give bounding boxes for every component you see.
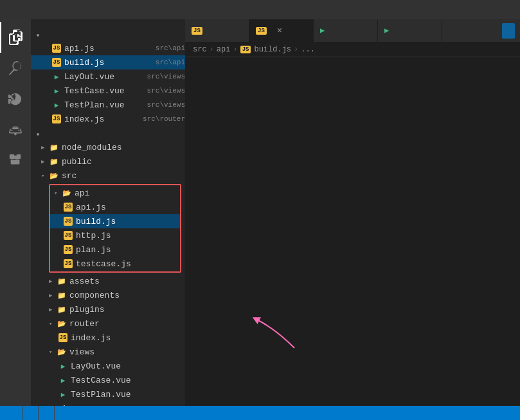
sidebar: ▾ JS api.js src\api JS build.js src\api … [31, 19, 185, 406]
tab-build-js[interactable]: JS × [249, 19, 314, 42]
open-editors-section[interactable]: ▾ [31, 30, 185, 41]
menu-file[interactable] [6, 8, 12, 11]
file-testcase-vue[interactable]: ▶ TestCase.vue [31, 373, 185, 387]
file-testplan-vue[interactable]: ▶ TestPlan.vue [31, 387, 185, 401]
menu-help[interactable] [96, 8, 102, 11]
folder-api[interactable]: ▾ 📂 api [50, 186, 180, 200]
folder-chevron: ▾ [54, 190, 62, 197]
folder-name: views [69, 347, 185, 357]
file-name: testcase.js [76, 259, 180, 269]
file-build-js[interactable]: JS build.js [50, 214, 180, 228]
file-name: TestCase.vue [71, 376, 185, 385]
folder-router[interactable]: ▾ 📂 router [31, 316, 185, 331]
folder-icon: 📁 [57, 276, 67, 286]
js-file-icon: JS [51, 57, 62, 68]
folder-node-modules[interactable]: ▶ 📁 node_modules [31, 140, 185, 154]
panel-tabs[interactable] [6, 406, 55, 420]
open-editor-layout-vue[interactable]: ▶ LayOut.vue src\views [31, 69, 185, 84]
vue-file-icon: ▶ [58, 375, 68, 385]
new-entry-button[interactable] [502, 23, 515, 39]
vue-file-icon: ▶ [58, 389, 68, 399]
test-fronted-section[interactable]: ▾ [31, 129, 185, 140]
panel-tab-pass[interactable] [22, 406, 39, 420]
menu-bar[interactable] [6, 8, 102, 11]
folder-assets[interactable]: ▶ 📁 assets [31, 274, 185, 288]
file-name: index.js [64, 114, 140, 124]
folder-plugins[interactable]: ▶ 📁 plugins [31, 302, 185, 316]
folder-components[interactable]: ▶ 📁 components [31, 288, 185, 302]
api-highlight-box: ▾ 📂 api JS api.js JS build.js JS http.js [49, 184, 181, 273]
tab-testcase-vue[interactable]: ▶ [378, 19, 442, 42]
file-path: src\views [147, 87, 185, 95]
tab-vue-icon: ▶ [320, 26, 325, 35]
menu-run[interactable] [71, 8, 76, 11]
tab-vue-icon: ▶ [384, 26, 389, 35]
file-http-js[interactable]: JS http.js [50, 228, 180, 242]
file-name: TestPlan.vue [64, 100, 145, 110]
file-name: LayOut.vue [71, 361, 185, 371]
folder-views[interactable]: ▾ 📂 views [31, 345, 185, 359]
panel-tab-end[interactable] [39, 406, 55, 420]
js-file-icon: JS [63, 202, 73, 212]
editor-area: JS JS × ▶ ▶ src › api › JS [185, 19, 520, 406]
folder-icon: 📁 [57, 304, 67, 315]
menu-select[interactable] [32, 8, 37, 11]
open-editor-api-js[interactable]: JS api.js src\api [31, 41, 185, 55]
folder-name: api [75, 188, 180, 198]
folder-chevron: ▶ [49, 278, 57, 285]
file-name: TestCase.vue [64, 86, 145, 96]
file-path: src\views [147, 73, 185, 80]
tab-bar: JS JS × ▶ ▶ [185, 19, 520, 42]
status-bar [0, 406, 520, 420]
test-fronted-chevron: ▾ [36, 131, 46, 138]
folder-name: node_modules [62, 143, 185, 152]
folder-src[interactable]: ▾ 📂 src [31, 169, 185, 183]
tab-api-js[interactable]: JS [185, 19, 249, 42]
extensions-icon[interactable] [0, 145, 31, 176]
open-editor-testcase-vue[interactable]: ▶ TestCase.vue src\views [31, 84, 185, 98]
panel-tab-test[interactable] [6, 406, 22, 420]
menu-edit[interactable] [19, 8, 24, 11]
open-editor-testplan-vue[interactable]: ▶ TestPlan.vue src\views [31, 98, 185, 112]
menu-view[interactable] [45, 8, 50, 11]
file-layout-vue[interactable]: ▶ LayOut.vue [31, 359, 185, 373]
file-plan-js[interactable]: JS plan.js [50, 242, 180, 257]
file-api-js[interactable]: JS api.js [50, 200, 180, 214]
file-name: build.js [64, 58, 153, 68]
source-control-icon[interactable] [0, 84, 31, 114]
file-name: plan.js [76, 245, 180, 255]
js-file-icon: JS [58, 333, 68, 343]
menu-goto[interactable] [58, 8, 63, 11]
file-path: src\api [156, 59, 185, 66]
code-editor[interactable] [185, 57, 520, 406]
file-path: src\api [156, 44, 185, 52]
folder-public[interactable]: ▶ 📁 public [31, 154, 185, 169]
tab-layout-vue[interactable]: ▶ [314, 19, 378, 42]
file-tree: ▾ JS api.js src\api JS build.js src\api … [31, 30, 185, 406]
tab-js-icon: JS [256, 27, 267, 35]
js-file-icon: JS [51, 114, 62, 124]
vue-file-icon: ▶ [51, 71, 62, 82]
file-router-index-js[interactable]: JS index.js [31, 331, 185, 345]
breadcrumb-api: api [217, 45, 231, 54]
tab-close-button[interactable]: × [277, 26, 282, 36]
menu-terminal[interactable] [84, 8, 89, 11]
file-path: src\views [147, 101, 185, 109]
file-testcase-js[interactable]: JS testcase.js [50, 257, 180, 271]
breadcrumb-sep: › [294, 45, 298, 54]
folder-icon: 📁 [57, 290, 67, 300]
run-debug-icon[interactable] [0, 114, 31, 145]
code-content[interactable] [211, 57, 520, 406]
open-editor-build-js[interactable]: JS build.js src\api [31, 55, 185, 69]
folder-name: assets [69, 277, 185, 286]
file-name: api.js [64, 44, 153, 53]
folder-chevron: ▶ [49, 292, 57, 299]
search-icon[interactable] [0, 53, 31, 84]
breadcrumb-js-icon: JS [240, 46, 251, 53]
file-app-vue[interactable]: ▶ App.vue [31, 401, 185, 406]
js-file-icon: JS [63, 244, 73, 255]
open-editor-index-js[interactable]: JS index.js src\router [31, 112, 185, 126]
files-icon[interactable] [0, 22, 31, 53]
folder-chevron: ▾ [41, 172, 49, 179]
activity-bar [0, 19, 31, 406]
